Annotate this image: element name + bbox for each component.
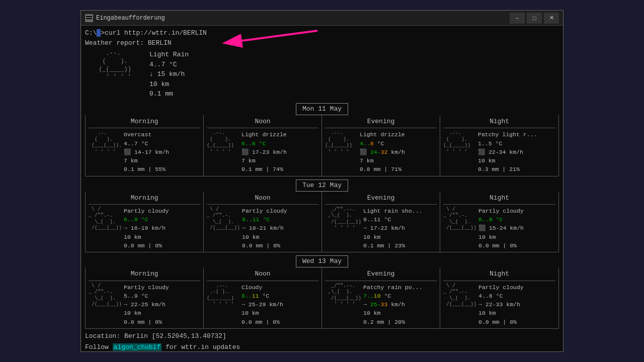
temp-wed-evening: 7..10 °C [363, 292, 422, 300]
precip-wed-morning: 0.0 mm | 0% [124, 318, 169, 326]
precip-mon-night: 0.3 mm | 21% [478, 165, 537, 173]
col-body-mon-morning: .-. ( ). (___(__)). ' ' ' ' Overcast 4..… [89, 130, 200, 173]
day-section-mon: Mon 11 May Morning .-. ( ). (___(__)). '… [85, 103, 559, 176]
day-badge-mon: Mon 11 May [296, 103, 348, 115]
vis-mon-morning: 7 km [124, 156, 169, 165]
precip-mon-evening: 0.8 mm | 71% [360, 165, 405, 173]
temp-mon-morning: 4..7 °C [124, 139, 169, 148]
temp-tue-morning: 6..9 °C [124, 215, 169, 224]
col-body-wed-evening: _/"".--. ,\_( ). /(___(__)) ' ' ' ' Patc… [325, 283, 437, 326]
vis-wed-evening: 10 km [363, 309, 422, 317]
location-line: Location: Berlin [52.52045,13.40732] [85, 332, 559, 341]
vis-wed-morning: 10 km [124, 309, 169, 317]
cmd-text: curl http://wttr.in/BERLIN [105, 29, 207, 37]
day-col-tue-noon: Noon \ /_ /"".-. \_( ). /(___(__)) Partl… [204, 192, 322, 252]
ascii-mon-noon: .--. ( ).(_(____)) ' ' ' ' [207, 130, 239, 155]
wind-wed-evening: → 25-33 km/h [363, 300, 422, 309]
day-col-tue-evening: Evening _/"".--. ,\_( ). /(___(__)) ' ' … [322, 192, 440, 252]
day-grid-mon: Morning .-. ( ). (___(__)). ' ' ' ' Over… [85, 115, 559, 176]
ascii-tue-night: \ /_ /"".-. \_( ). /(___(__)) [443, 207, 476, 232]
cond-wed-morning: Partly cloudy [124, 283, 169, 292]
cond-mon-noon: Light drizzle [242, 130, 287, 139]
col-header-wed-noon: Noon [207, 269, 318, 281]
day-col-wed-noon: Noon .--. .-( )..(___.___) ' ' ' ' Cloud… [204, 267, 322, 328]
col-header-wed-night: Night [443, 269, 555, 281]
vis-mon-noon: 7 km [242, 156, 287, 165]
col-body-mon-night: .--. ( ).(_(____)) ' ' ' ' Patchy light … [443, 130, 555, 173]
info-wed-night: Partly cloudy 4..8 °C → 22-33 km/h 10 km… [476, 283, 524, 326]
wind-mon-noon: ⬛ 17-23 km/h [242, 148, 287, 156]
svg-rect-1 [86, 16, 92, 17]
precip-wed-night: 0.0 mm | 0% [478, 318, 524, 326]
info-mon-morning: Overcast 4..7 °C ⬛ 14-17 km/h 7 km 0.1 m… [122, 130, 169, 173]
col-body-tue-night: \ /_ /"".-. \_( ). /(___(__)) Partly clo… [443, 207, 555, 250]
wind-tue-noon: → 18-21 km/h [242, 224, 287, 232]
vis-tue-noon: 10 km [242, 233, 287, 241]
follow-user-link[interactable]: aigon_chubif [113, 343, 162, 351]
day-badge-wed: Wed 13 May [296, 255, 348, 267]
vis-mon-night: 10 km [478, 156, 537, 165]
cond-wed-evening: Patchy rain po... [363, 283, 422, 292]
current-weather: .--. ( ). (_(____)) ' ' ' ' Light Rain 4… [85, 50, 559, 99]
precip-tue-noon: 0.0 mm | 0% [242, 241, 287, 250]
current-temp: 4..7 °C [149, 60, 189, 70]
current-precip: 0.1 mm [149, 89, 189, 99]
ascii-mon-morning: .-. ( ). (___(__)). ' ' ' ' [89, 130, 122, 155]
vis-mon-evening: 7 km [360, 156, 405, 165]
col-header-tue-evening: Evening [325, 194, 437, 205]
day-header-row-wed: Wed 13 May [85, 255, 559, 267]
temp-tue-evening: 9..11 °C [363, 215, 422, 224]
day-grid-wed: Morning \ /_ /"".-. \_( ). /(___(__)) Pa… [85, 267, 559, 328]
follow-prefix: Follow [85, 343, 113, 351]
cond-tue-noon: Partly cloudy [242, 207, 287, 215]
info-tue-night: Partly cloudy 6..8 °C ⬛ 15-24 km/h 10 km… [476, 207, 524, 250]
temp-mon-noon: 6..8 °C [242, 139, 287, 148]
ascii-wed-evening: _/"".--. ,\_( ). /(___(__)) ' ' ' ' [325, 283, 361, 308]
precip-tue-evening: 0.1 mm | 23% [363, 241, 422, 250]
cond-mon-evening: Light drizzle [360, 130, 405, 139]
temp-wed-night: 4..8 °C [478, 292, 524, 300]
temp-wed-morning: 5..9 °C [124, 292, 169, 300]
col-header-wed-morning: Morning [89, 269, 200, 281]
terminal-content[interactable]: C:\ >curl http://wttr.in/BERLIN Weather … [81, 26, 563, 351]
vis-tue-morning: 10 km [124, 233, 169, 241]
ascii-wed-noon: .--. .-( )..(___.___) ' ' ' ' [207, 283, 239, 308]
current-info: Light Rain 4..7 °C ↓ 15 km/h 10 km 0.1 m… [145, 50, 189, 99]
title-bar: Eingabeaufforderung − □ ✕ [81, 11, 563, 26]
cond-mon-morning: Overcast [124, 130, 169, 139]
col-body-mon-noon: .--. ( ).(_(____)) ' ' ' ' Light drizzle… [207, 130, 318, 173]
info-wed-noon: Cloudy 8..11 °C → 25-29 km/h 10 km 0.0 m… [239, 283, 283, 326]
cmd-prefix: C:\ > [85, 29, 105, 37]
current-condition: Light Rain [149, 50, 189, 60]
current-wind: ↓ 15 km/h [149, 69, 189, 79]
temp-mon-night: 1..5 °C [478, 139, 537, 148]
col-header-tue-noon: Noon [207, 194, 318, 205]
wind-mon-evening: ⬛ 24-32 km/h [360, 148, 405, 156]
info-mon-evening: Light drizzle 4..8 °C ⬛ 24-32 km/h 7 km … [358, 130, 405, 173]
col-body-wed-morning: \ /_ /"".-. \_( ). /(___(__)) Partly clo… [89, 283, 200, 326]
cond-wed-noon: Cloudy [242, 283, 283, 292]
minimize-button[interactable]: − [510, 13, 525, 24]
info-tue-noon: Partly cloudy 9..11 °C → 18-21 km/h 10 k… [240, 207, 287, 250]
wind-wed-noon: → 25-29 km/h [242, 300, 283, 309]
info-wed-morning: Partly cloudy 5..9 °C → 22-25 km/h 10 km… [122, 283, 169, 326]
ascii-wed-morning: \ /_ /"".-. \_( ). /(___(__)) [89, 283, 122, 308]
col-header-mon-night: Night [443, 117, 555, 128]
cond-tue-morning: Partly cloudy [124, 207, 169, 215]
col-header-mon-noon: Noon [207, 117, 318, 128]
wind-mon-night: ⬛ 22-34 km/h [478, 148, 537, 156]
col-header-mon-morning: Morning [89, 117, 200, 128]
day-header-row-tue: Tue 12 May [85, 179, 559, 192]
temp-tue-noon: 9..11 °C [242, 215, 287, 224]
day-grid-tue: Morning \ /_ /"".-. \_( ). /(___(__)) Pa… [85, 192, 559, 252]
precip-wed-noon: 0.0 mm | 0% [242, 318, 283, 326]
close-button[interactable]: ✕ [544, 13, 559, 24]
wind-tue-morning: → 16-19 km/h [124, 224, 169, 232]
precip-wed-evening: 0.2 mm | 20% [363, 318, 422, 326]
col-body-mon-evening: .--. ( ).(_(____)) ' ' ' ' Light drizzle… [325, 130, 437, 173]
day-col-wed-night: Night \ /_ /"".-. \_( ). /(___(__)) Part… [440, 267, 558, 328]
wind-tue-evening: → 17-22 km/h [363, 224, 422, 232]
command-line: C:\ >curl http://wttr.in/BERLIN [85, 29, 559, 38]
col-header-tue-night: Night [443, 194, 555, 205]
maximize-button[interactable]: □ [527, 13, 542, 24]
